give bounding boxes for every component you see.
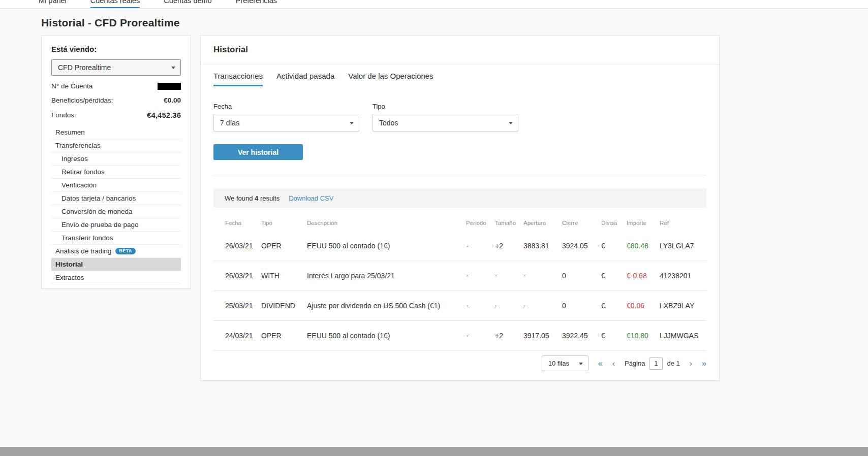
cell-divisa: € bbox=[601, 242, 627, 250]
prev-page-button[interactable]: ‹ bbox=[612, 360, 615, 368]
cell-fecha: 24/03/21 bbox=[225, 332, 261, 340]
account-select[interactable]: CFD Prorealtime bbox=[51, 59, 181, 76]
history-tabs: Transacciones Actividad pasada Valor de … bbox=[201, 64, 719, 86]
col-header-ref: Ref bbox=[660, 220, 706, 226]
cell-apertura: 3917.05 bbox=[523, 332, 562, 340]
top-navigation: Mi panel Cuentas reales Cuentas demo Pre… bbox=[0, 0, 868, 9]
sidebar-item-conversion-moneda[interactable]: Conversión de moneda bbox=[51, 205, 181, 218]
viewing-label: Está viendo: bbox=[51, 45, 181, 53]
cell-importe: €0.06 bbox=[627, 302, 660, 310]
sidebar-item-historial[interactable]: Historial bbox=[51, 258, 181, 271]
date-filter: Fecha 7 días bbox=[213, 103, 359, 132]
col-header-tipo: Tipo bbox=[261, 220, 307, 226]
cell-descripcion: Ajuste por dividendo en US 500 Cash (€1) bbox=[307, 302, 466, 310]
sidebar-item-ingresos[interactable]: Ingresos bbox=[51, 152, 181, 166]
date-filter-label: Fecha bbox=[213, 103, 359, 110]
col-header-apertura: Apertura bbox=[523, 220, 562, 226]
cell-tipo: OPER bbox=[261, 332, 307, 340]
next-page-button[interactable]: › bbox=[690, 360, 692, 368]
sidebar-menu: Resumen Transferencias Ingresos Retirar … bbox=[51, 126, 181, 284]
cell-periodo: - bbox=[466, 272, 495, 280]
nav-items: Mi panel Cuentas reales Cuentas demo Pre… bbox=[39, 0, 277, 9]
sidebar-item-label: Análisis de trading bbox=[55, 247, 111, 255]
cell-fecha: 25/03/21 bbox=[225, 302, 261, 310]
last-page-button[interactable]: » bbox=[702, 360, 706, 368]
cell-descripcion: Interés Largo para 25/03/21 bbox=[307, 272, 466, 280]
pagination: 10 filas « ‹ Página de 1 › » bbox=[213, 355, 706, 371]
download-csv-link[interactable]: Download CSV bbox=[289, 194, 333, 202]
tab-valor-operaciones[interactable]: Valor de las Operaciones bbox=[348, 72, 433, 86]
type-select[interactable]: Todos bbox=[373, 114, 518, 132]
cell-ref: LY3LGLA7 bbox=[660, 242, 706, 250]
sidebar-item-label: Envío de prueba de pago bbox=[61, 221, 139, 229]
filters: Fecha 7 días Tipo Todos bbox=[201, 103, 719, 132]
account-select-value: CFD Prorealtime bbox=[58, 63, 111, 72]
sidebar-item-transferir-fondos[interactable]: Transferir fondos bbox=[51, 232, 181, 245]
profit-loss-value: €0.00 bbox=[164, 96, 181, 104]
cell-tipo: DIVIDEND bbox=[261, 302, 307, 310]
col-header-periodo: Periodo bbox=[466, 220, 495, 226]
cell-periodo: - bbox=[466, 302, 495, 310]
cell-cierre: 0 bbox=[562, 272, 601, 280]
sidebar-item-resumen[interactable]: Resumen bbox=[51, 126, 181, 139]
table-header-row: Fecha Tipo Descripción Periodo Tamaño Ap… bbox=[213, 208, 706, 231]
view-history-button[interactable]: Ver historial bbox=[213, 144, 303, 160]
sidebar-item-label: Historial bbox=[55, 260, 83, 268]
sidebar-item-label: Verificación bbox=[61, 181, 97, 189]
sidebar-item-analisis-trading[interactable]: Análisis de trading BETA bbox=[51, 245, 181, 258]
sidebar-item-transferencias[interactable]: Transferencias bbox=[51, 139, 181, 152]
sidebar-item-label: Transferencias bbox=[55, 142, 101, 149]
table-row: 25/03/21 DIVIDEND Ajuste por dividendo e… bbox=[213, 291, 706, 321]
first-page-button[interactable]: « bbox=[598, 360, 603, 368]
transactions-table: Fecha Tipo Descripción Periodo Tamaño Ap… bbox=[213, 208, 706, 351]
nav-mi-panel[interactable]: Mi panel bbox=[39, 0, 67, 9]
date-select[interactable]: 7 días bbox=[213, 114, 359, 132]
col-header-cierre: Cierre bbox=[562, 220, 601, 226]
sidebar-item-envio-prueba-pago[interactable]: Envío de prueba de pago bbox=[51, 218, 181, 232]
cell-descripcion: EEUU 500 al contado (1€) bbox=[307, 242, 466, 250]
cell-importe: €80.48 bbox=[627, 242, 660, 250]
nav-cuentas-demo[interactable]: Cuentas demo bbox=[164, 0, 211, 9]
col-header-tamano: Tamaño bbox=[495, 220, 523, 226]
cell-tipo: WITH bbox=[261, 272, 307, 280]
account-sidebar: Está viendo: CFD Prorealtime N° de Cuent… bbox=[41, 35, 191, 289]
sidebar-item-extractos[interactable]: Extractos bbox=[51, 271, 181, 284]
cell-importe: €-0.68 bbox=[627, 272, 660, 280]
cell-descripcion: EEUU 500 al contado (1€) bbox=[307, 332, 466, 340]
type-filter-label: Tipo bbox=[373, 103, 518, 110]
caret-down-icon bbox=[579, 363, 583, 365]
sidebar-item-label: Datos tarjeta / bancarios bbox=[61, 194, 136, 202]
sidebar-item-verificacion[interactable]: Verificación bbox=[51, 179, 181, 192]
sidebar-item-datos-tarjeta[interactable]: Datos tarjeta / bancarios bbox=[51, 192, 181, 205]
cell-apertura: 3883.81 bbox=[523, 242, 562, 250]
cell-cierre: 3922.45 bbox=[562, 332, 601, 340]
col-header-importe: Importe bbox=[627, 220, 660, 226]
cell-divisa: € bbox=[601, 332, 627, 340]
cell-fecha: 26/03/21 bbox=[225, 242, 261, 250]
date-select-value: 7 días bbox=[220, 119, 239, 127]
sidebar-item-retirar-fondos[interactable]: Retirar fondos bbox=[51, 166, 181, 179]
sidebar-item-label: Ingresos bbox=[61, 155, 88, 162]
cell-divisa: € bbox=[601, 302, 627, 310]
page-label: Página bbox=[625, 360, 645, 367]
page-title: Historial - CFD Prorealtime bbox=[41, 17, 180, 29]
cell-importe: €10.80 bbox=[627, 332, 660, 340]
tab-transacciones[interactable]: Transacciones bbox=[213, 72, 263, 86]
sidebar-item-label: Conversión de moneda bbox=[61, 208, 133, 215]
cell-cierre: 3924.05 bbox=[562, 242, 601, 250]
cell-tipo: OPER bbox=[261, 242, 307, 250]
nav-cuentas-reales[interactable]: Cuentas reales bbox=[90, 0, 140, 9]
sidebar-item-label: Extractos bbox=[55, 274, 84, 281]
results-count-text: We found 4 results bbox=[225, 194, 280, 202]
rows-per-page-select[interactable]: 10 filas bbox=[542, 355, 588, 371]
page-of-label: de 1 bbox=[667, 360, 679, 367]
cell-periodo: - bbox=[466, 332, 495, 340]
type-filter: Tipo Todos bbox=[373, 103, 518, 132]
profit-loss-row: Beneficios/pérdidas: €0.00 bbox=[51, 96, 181, 104]
cell-apertura: - bbox=[523, 272, 562, 280]
sidebar-item-label: Retirar fondos bbox=[61, 168, 105, 176]
tab-actividad-pasada[interactable]: Actividad pasada bbox=[276, 72, 334, 86]
type-select-value: Todos bbox=[379, 119, 398, 127]
page-number-input[interactable] bbox=[649, 357, 663, 370]
nav-preferencias[interactable]: Preferencias bbox=[236, 0, 277, 9]
